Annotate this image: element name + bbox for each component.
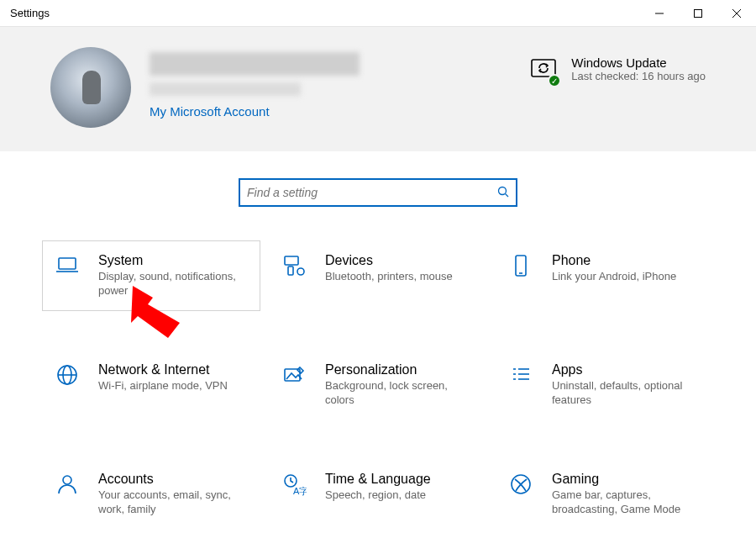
check-badge-icon: ✓ (548, 74, 561, 87)
apps-list-icon (508, 362, 537, 391)
sync-icon: ✓ (529, 55, 558, 84)
svg-text:A字: A字 (293, 486, 307, 496)
microsoft-account-link[interactable]: My Microsoft Account (150, 104, 270, 119)
tile-devices[interactable]: Devices Bluetooth, printers, mouse (269, 240, 487, 311)
tile-subtitle: Link your Android, iPhone (552, 270, 676, 284)
search-icon (497, 186, 509, 200)
user-name-redacted (150, 52, 360, 76)
xbox-icon (508, 472, 537, 500)
laptop-icon (55, 253, 83, 282)
devices-icon (281, 253, 310, 282)
tile-time[interactable]: A字 Time & Language Speech, region, date (269, 459, 487, 530)
svg-point-11 (297, 268, 304, 275)
tile-phone[interactable]: Phone Link your Android, iPhone (496, 240, 714, 311)
tile-title: Devices (325, 253, 453, 268)
svg-line-6 (506, 193, 509, 197)
tile-subtitle: Bluetooth, printers, mouse (325, 270, 453, 284)
person-icon (55, 472, 83, 500)
tile-title: Personalization (325, 362, 475, 377)
update-subtitle: Last checked: 16 hours ago (571, 70, 706, 82)
close-button[interactable] (717, 0, 756, 27)
window-title: Settings (0, 7, 50, 19)
update-title: Windows Update (571, 55, 706, 70)
tile-title: Time & Language (325, 472, 431, 487)
titlebar: Settings (0, 0, 756, 27)
tile-subtitle: Speech, region, date (325, 488, 431, 503)
search-box[interactable] (239, 178, 517, 207)
time-language-icon: A字 (281, 472, 310, 500)
tile-title: System (98, 253, 248, 268)
tile-title: Phone (552, 253, 676, 268)
tile-title: Gaming (552, 472, 701, 487)
phone-icon (508, 253, 537, 282)
svg-rect-9 (285, 256, 298, 265)
globe-icon (55, 362, 83, 391)
tile-subtitle: Wi-Fi, airplane mode, VPN (98, 379, 228, 393)
svg-rect-1 (695, 9, 702, 17)
tile-apps[interactable]: Apps Uninstall, defaults, optional featu… (496, 350, 714, 420)
user-block: My Microsoft Account (150, 47, 360, 119)
tile-accounts[interactable]: Accounts Your accounts, email, sync, wor… (42, 459, 260, 530)
svg-point-24 (63, 476, 71, 484)
tile-personalization[interactable]: Personalization Background, lock screen,… (269, 350, 487, 420)
svg-rect-7 (59, 258, 76, 269)
header: My Microsoft Account ✓ Windows Update La… (0, 27, 756, 151)
svg-rect-10 (288, 266, 293, 275)
avatar[interactable] (50, 47, 131, 128)
tile-subtitle: Your accounts, email, sync, work, family (98, 488, 248, 517)
user-email-redacted (150, 82, 301, 96)
tile-title: Network & Internet (98, 362, 228, 377)
svg-point-5 (499, 187, 507, 194)
tile-title: Apps (552, 362, 701, 377)
maximize-button[interactable] (679, 0, 717, 27)
tile-subtitle: Display, sound, notifications, power (98, 270, 248, 298)
tile-title: Accounts (98, 472, 248, 487)
tile-gaming[interactable]: Gaming Game bar, captures, broadcasting,… (496, 459, 714, 530)
tile-subtitle: Background, lock screen, colors (325, 379, 475, 408)
minimize-button[interactable] (640, 0, 679, 27)
content-scroll[interactable]: My Microsoft Account ✓ Windows Update La… (0, 27, 756, 533)
tile-subtitle: Game bar, captures, broadcasting, Game M… (552, 488, 701, 517)
windows-update-tile[interactable]: ✓ Windows Update Last checked: 16 hours … (529, 47, 706, 84)
tile-system[interactable]: System Display, sound, notifications, po… (42, 240, 260, 311)
tile-network[interactable]: Network & Internet Wi-Fi, airplane mode,… (42, 350, 260, 420)
paint-icon (281, 362, 310, 391)
search-input[interactable] (247, 186, 497, 199)
settings-grid: System Display, sound, notifications, po… (0, 240, 756, 533)
tile-subtitle: Uninstall, defaults, optional features (552, 379, 701, 408)
